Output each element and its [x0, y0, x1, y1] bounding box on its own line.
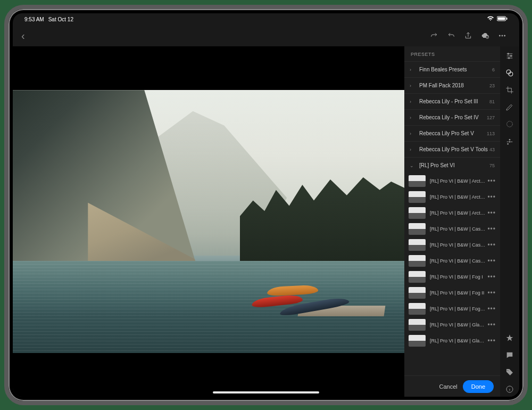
group-name: [RL] Pro Set VI	[419, 162, 489, 168]
preset-more-icon[interactable]: •••	[485, 177, 496, 185]
preset-more-icon[interactable]: •••	[485, 305, 496, 313]
sliders-tool-icon[interactable]	[502, 48, 517, 63]
preset-more-icon[interactable]: •••	[485, 289, 496, 297]
preset-group[interactable]: › Rebecca Lily Pro Set V 113	[404, 125, 500, 141]
status-bar: 9:53 AM Sat Oct 12	[13, 13, 519, 25]
group-name: Rebecca Lily - Pro Set IV	[419, 114, 487, 120]
chevron-right-icon: ›	[410, 147, 416, 152]
tag-icon[interactable]	[502, 365, 517, 380]
svg-point-8	[510, 55, 512, 57]
crop-tool-icon[interactable]	[502, 83, 517, 97]
preset-more-icon[interactable]: •••	[485, 273, 496, 281]
chevron-right-icon: ›	[410, 67, 416, 72]
preset-thumb	[409, 303, 426, 315]
selective-tool-icon[interactable]	[502, 134, 517, 149]
preset-name: [RL] Pro VI | B&W | Fog III	[430, 306, 485, 311]
preset-item[interactable]: [RL] Pro VI | B&W | Arctic II•••	[404, 189, 500, 205]
preset-item[interactable]: [RL] Pro VI | B&W | Fog II•••	[404, 285, 500, 301]
svg-point-9	[508, 58, 510, 59]
preset-more-icon[interactable]: •••	[485, 337, 496, 345]
group-count: 43	[489, 147, 495, 152]
preset-group[interactable]: › PM Fall Pack 2018 23	[404, 77, 500, 93]
preset-thumb	[409, 335, 426, 347]
info-icon[interactable]	[502, 382, 517, 397]
preset-more-icon[interactable]: •••	[485, 209, 496, 217]
preset-item[interactable]: [RL] Pro VI | B&W | Casabl…•••	[404, 237, 500, 253]
preset-thumb	[409, 191, 426, 203]
preset-item[interactable]: [RL] Pro VI | B&W | Glacier I•••	[404, 317, 500, 333]
preset-more-icon[interactable]: •••	[485, 193, 496, 201]
group-count: 113	[487, 131, 495, 136]
preset-item[interactable]: [RL] Pro VI | B&W | Casabl…•••	[404, 253, 500, 269]
home-indicator[interactable]	[213, 391, 319, 393]
star-icon[interactable]	[502, 331, 517, 346]
preset-thumb	[409, 271, 426, 283]
status-date: Sat Oct 12	[48, 17, 73, 22]
panel-footer: Cancel Done	[404, 375, 500, 397]
chevron-right-icon: ›	[410, 83, 416, 88]
comment-icon[interactable]	[502, 348, 517, 363]
cancel-button[interactable]: Cancel	[439, 383, 457, 390]
preset-more-icon[interactable]: •••	[485, 257, 496, 265]
preset-group-expanded[interactable]: ⌄ [RL] Pro Set VI 75	[404, 157, 500, 173]
screen: 9:53 AM Sat Oct 12 ‹	[13, 13, 519, 397]
radial-tool-icon[interactable]	[502, 117, 517, 132]
done-button[interactable]: Done	[463, 380, 494, 393]
preset-item[interactable]: [RL] Pro VI | B&W | Arctic III•••	[404, 205, 500, 221]
svg-point-6	[504, 35, 505, 36]
preset-thumb	[409, 255, 426, 267]
undo-button[interactable]	[443, 27, 460, 44]
preset-more-icon[interactable]: •••	[485, 241, 496, 249]
preset-thumb	[409, 319, 426, 331]
more-button[interactable]	[494, 27, 511, 44]
app-body: PRESETS › Finn Beales Presets 6 › PM Fal…	[13, 46, 519, 397]
presets-panel: PRESETS › Finn Beales Presets 6 › PM Fal…	[404, 46, 500, 397]
preset-name: [RL] Pro VI | B&W | Casabl…	[430, 258, 485, 264]
presets-tool-icon[interactable]	[502, 65, 517, 80]
preset-more-icon[interactable]: •••	[485, 225, 496, 233]
group-count: 127	[487, 115, 495, 120]
preset-thumb	[409, 207, 426, 219]
share-button[interactable]	[460, 27, 477, 44]
preset-group[interactable]: › Finn Beales Presets 6	[404, 61, 500, 77]
group-name: Finn Beales Presets	[419, 67, 492, 72]
preset-more-icon[interactable]: •••	[485, 321, 496, 329]
preset-group[interactable]: › Rebecca Lily - Pro Set IV 127	[404, 109, 500, 125]
chevron-right-icon: ›	[410, 131, 416, 136]
cloud-sync-icon[interactable]	[477, 27, 494, 44]
preset-item[interactable]: [RL] Pro VI | B&W | Glacier II•••	[404, 333, 500, 349]
group-name: Rebecca Lily Pro Set V	[419, 130, 487, 136]
preset-group[interactable]: › Rebecca Lily - Pro Set III 81	[404, 93, 500, 109]
group-name: PM Fall Pack 2018	[419, 83, 489, 88]
preset-name: [RL] Pro VI | B&W | Fog II	[430, 290, 485, 296]
wifi-icon	[487, 16, 494, 22]
group-count: 81	[489, 99, 495, 104]
preset-item[interactable]: [RL] Pro VI | B&W | Fog III•••	[404, 301, 500, 317]
photo-canvas[interactable]	[13, 46, 404, 397]
chevron-right-icon: ›	[410, 99, 416, 104]
preset-name: [RL] Pro VI | B&W | Arctic I	[430, 178, 485, 184]
preset-group[interactable]: › Rebecca Lily Pro Set V Tools 43	[404, 141, 500, 157]
group-count: 23	[489, 83, 495, 88]
redo-button[interactable]	[426, 27, 443, 44]
preset-name: [RL] Pro VI | B&W | Casabl…	[430, 242, 485, 248]
battery-icon	[497, 16, 508, 22]
group-name: Rebecca Lily Pro Set V Tools	[419, 146, 489, 152]
preset-item[interactable]: [RL] Pro VI | B&W | Casabl…•••	[404, 221, 500, 237]
brush-tool-icon[interactable]	[502, 100, 517, 114]
preset-item[interactable]: [RL] Pro VI | B&W | Fog I•••	[404, 269, 500, 285]
preset-name: [RL] Pro VI | B&W | Arctic III	[430, 210, 485, 216]
preset-item[interactable]: [RL] Pro VI | B&W | Arctic I•••	[404, 173, 500, 189]
back-button[interactable]: ‹	[21, 30, 25, 42]
svg-point-5	[502, 35, 503, 36]
preset-name: [RL] Pro VI | B&W | Fog I	[430, 274, 485, 280]
preset-thumb	[409, 239, 426, 251]
group-count: 75	[489, 163, 495, 168]
status-time: 9:53 AM	[24, 17, 44, 22]
svg-rect-2	[506, 18, 508, 20]
svg-point-7	[508, 53, 509, 55]
preset-list: [RL] Pro VI | B&W | Arctic I••• [RL] Pro…	[404, 173, 500, 375]
chevron-right-icon: ›	[410, 115, 416, 120]
svg-rect-1	[498, 18, 505, 20]
preset-name: [RL] Pro VI | B&W | Glacier II	[430, 338, 485, 343]
